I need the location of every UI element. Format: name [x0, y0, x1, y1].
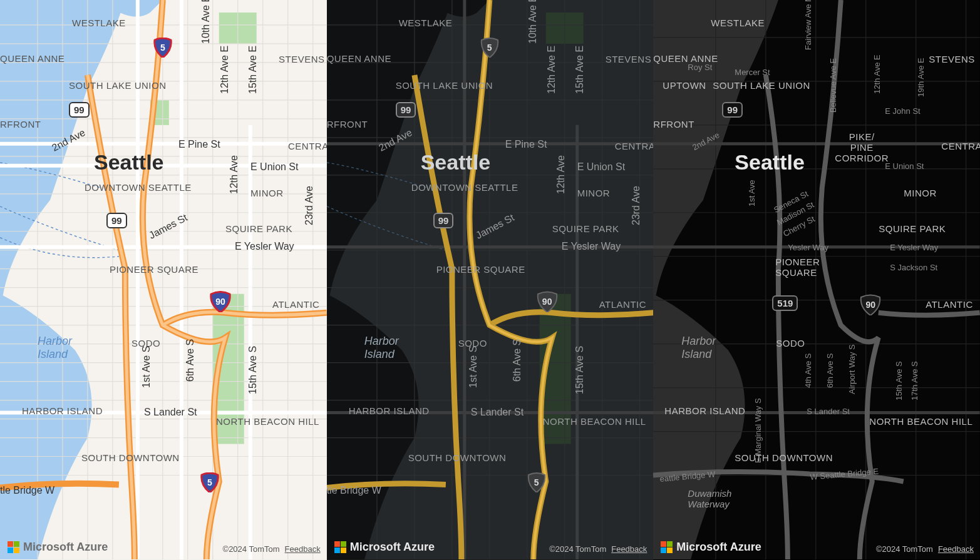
attribution: ©2024 TomTom Feedback [876, 544, 974, 554]
attribution: ©2024 TomTom Feedback [223, 544, 321, 554]
shield-i90: 90 [210, 291, 231, 312]
brand-logo: Microsoft Azure [334, 541, 435, 554]
shield-i5-bot: 5 [200, 472, 219, 492]
shield-i90: 90 [860, 294, 881, 315]
attribution: ©2024 TomTom Feedback [549, 544, 647, 554]
map-canvas-light[interactable] [0, 0, 327, 559]
microsoft-icon [334, 541, 346, 553]
shield-i5-top: 5 [153, 38, 172, 58]
shield-sr99-b: 99 [106, 213, 127, 228]
shield-i5-top: 5 [480, 38, 499, 58]
feedback-link[interactable]: Feedback [611, 544, 647, 554]
feedback-link[interactable]: Feedback [285, 544, 321, 554]
microsoft-icon [8, 541, 19, 553]
shield-sr519: 519 [772, 295, 798, 311]
map-pane-light[interactable]: Seattle WESTLAKE QUEEN ANNE SOUTH LAKE U… [0, 0, 327, 560]
shield-i5-bot: 5 [527, 472, 546, 492]
shield-sr99: 99 [722, 102, 743, 118]
map-canvas-hc[interactable] [653, 0, 980, 559]
brand-logo: Microsoft Azure [661, 541, 761, 554]
feedback-link[interactable]: Feedback [938, 544, 974, 554]
shield-sr99-a: 99 [69, 102, 90, 118]
map-pane-high-contrast[interactable]: Seattle WESTLAKE QUEEN ANNE UPTOWN SOUTH… [653, 0, 980, 560]
map-canvas-night[interactable] [327, 0, 654, 559]
shield-i90: 90 [537, 291, 558, 312]
shield-sr99-a: 99 [396, 102, 416, 118]
brand-logo: Microsoft Azure [8, 541, 108, 554]
microsoft-icon [661, 541, 673, 553]
shield-sr99-b: 99 [433, 213, 454, 228]
map-pane-night[interactable]: Seattle WESTLAKE QUEEN ANNE SOUTH LAKE U… [327, 0, 654, 560]
